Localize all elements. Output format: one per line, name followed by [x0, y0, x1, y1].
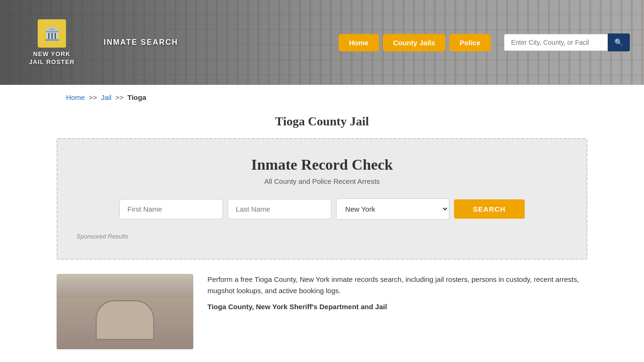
content-paragraph-1: Perform a free Tioga County, New York in…	[207, 274, 587, 296]
last-name-input[interactable]	[228, 199, 331, 219]
breadcrumb-sep2: >>	[116, 93, 124, 101]
sponsored-label: Sponsored Results	[76, 233, 568, 240]
main-nav: Home County Jails Police 🔍	[339, 33, 630, 51]
search-form: New York SEARCH	[76, 198, 568, 220]
content-bold-link: Tioga County, New York Sheriff's Departm…	[207, 303, 387, 311]
header-search-input[interactable]	[504, 34, 608, 51]
nav-home[interactable]: Home	[339, 34, 379, 51]
breadcrumb-sep1: >>	[89, 93, 97, 101]
content-section: Perform a free Tioga County, New York in…	[0, 260, 644, 359]
page-title: Tioga County Jail	[0, 115, 644, 129]
logo-line2: JAIL ROSTER	[29, 58, 75, 66]
search-panel: Inmate Record Check All County and Polic…	[57, 138, 587, 260]
panel-subtitle: All County and Police Recent Arrests	[76, 177, 568, 185]
breadcrumb-current: Tioga	[127, 93, 146, 101]
state-select[interactable]: New York	[336, 198, 449, 220]
page-title-area: Tioga County Jail	[0, 110, 644, 138]
inmate-search-label: INMATE SEARCH	[104, 38, 178, 47]
header-search-button[interactable]: 🔍	[608, 33, 630, 51]
nav-police[interactable]: Police	[449, 34, 491, 51]
logo-line1: NEW YORK	[33, 50, 70, 58]
nav-county-jails[interactable]: County Jails	[383, 34, 446, 51]
breadcrumb-jail[interactable]: Jail	[101, 93, 112, 101]
logo-icon: 🏛️	[38, 19, 66, 48]
site-header: 🏛️ NEW YORK JAIL ROSTER INMATE SEARCH Ho…	[0, 0, 644, 85]
logo-area: 🏛️ NEW YORK JAIL ROSTER	[14, 19, 90, 66]
panel-title: Inmate Record Check	[76, 156, 568, 173]
search-button[interactable]: SEARCH	[454, 199, 524, 219]
first-name-input[interactable]	[119, 199, 223, 219]
header-search-bar: 🔍	[504, 33, 630, 51]
building-image	[57, 274, 193, 349]
content-paragraph-2: Tioga County, New York Sheriff's Departm…	[207, 301, 587, 313]
content-text: Perform a free Tioga County, New York in…	[207, 274, 587, 349]
breadcrumb-home[interactable]: Home	[66, 93, 85, 101]
breadcrumb: Home >> Jail >> Tioga	[0, 85, 644, 110]
